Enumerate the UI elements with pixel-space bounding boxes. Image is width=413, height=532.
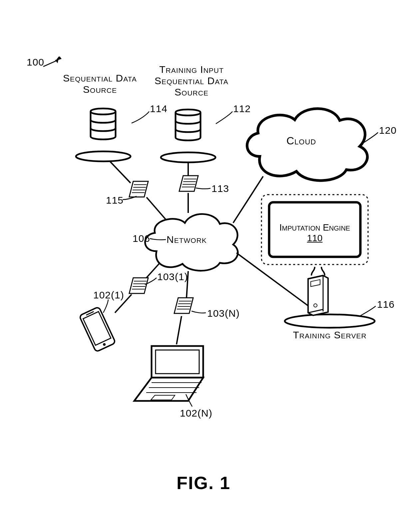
ref-106: 106 bbox=[133, 233, 150, 244]
label-imputation: Imputation Engine 110 bbox=[273, 222, 356, 244]
ref-112: 112 bbox=[233, 103, 251, 114]
ref-113: 113 bbox=[211, 183, 229, 194]
doc-115 bbox=[128, 180, 150, 200]
smartphone bbox=[75, 304, 120, 354]
label-cloud: Cloud bbox=[286, 135, 316, 147]
ref-102-1: 102(1) bbox=[93, 289, 124, 301]
figure-label: FIG. 1 bbox=[177, 472, 230, 493]
doc-113 bbox=[178, 174, 200, 194]
svg-marker-45 bbox=[151, 395, 175, 400]
ref-114: 114 bbox=[150, 103, 168, 114]
ref-120: 120 bbox=[379, 125, 397, 136]
label-seq-data-source: Sequential Data Source bbox=[53, 73, 147, 95]
laptop bbox=[132, 343, 210, 404]
svg-point-48 bbox=[285, 314, 375, 328]
svg-marker-40 bbox=[156, 350, 199, 374]
svg-marker-30 bbox=[174, 298, 193, 313]
ref-103-1: 103(1) bbox=[157, 271, 188, 282]
label-training-input: Training Input Sequential Data Source bbox=[143, 64, 240, 98]
arrow-100 bbox=[42, 57, 65, 70]
svg-marker-20 bbox=[179, 176, 198, 191]
svg-marker-25 bbox=[129, 278, 148, 293]
svg-rect-36 bbox=[83, 311, 111, 345]
training-server-platform bbox=[283, 266, 376, 329]
cylinder-112 bbox=[160, 102, 216, 164]
cylinder-114 bbox=[75, 101, 132, 163]
svg-marker-15 bbox=[129, 181, 148, 197]
doc-103-n bbox=[173, 296, 195, 316]
label-training-server: Training Server bbox=[283, 329, 376, 341]
imputation-engine-ref: 110 bbox=[307, 233, 323, 243]
imputation-engine-text: Imputation Engine bbox=[279, 222, 350, 233]
ref-103-n: 103(N) bbox=[207, 308, 240, 319]
svg-point-3 bbox=[76, 151, 131, 161]
svg-line-14 bbox=[177, 316, 182, 344]
svg-point-4 bbox=[161, 152, 215, 162]
svg-marker-2 bbox=[56, 57, 62, 61]
label-network: Network bbox=[167, 234, 207, 245]
ref-115: 115 bbox=[106, 195, 124, 206]
svg-line-5 bbox=[110, 161, 131, 183]
ref-102-n: 102(N) bbox=[180, 408, 212, 419]
doc-103-1 bbox=[128, 276, 150, 296]
ref-116: 116 bbox=[377, 299, 395, 310]
